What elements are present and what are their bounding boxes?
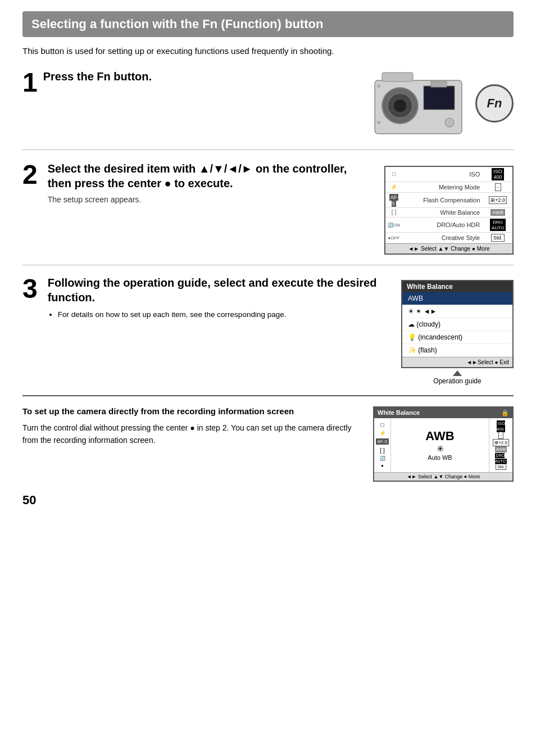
step3-number: 3 [22, 275, 38, 302]
step1-title: Press the Fn button. [43, 69, 361, 84]
rec-awb-sublabel: Auto WB [428, 454, 452, 461]
menu-icon-1: □ [385, 167, 402, 182]
rec-icon-5: 🔄 [380, 456, 385, 461]
intro-text: This button is used for setting up or ex… [22, 45, 514, 58]
step3-wb-diagram: White Balance AWB ☀ ✶ ◄► ☁ (cloudy) 💡 (i… [401, 280, 514, 385]
step2-section: 2 Select the desired item with ▲/▼/◄/► o… [22, 161, 514, 265]
svg-point-4 [393, 99, 407, 112]
menu-icon-6: ●OFF [385, 232, 402, 243]
step3-bullet-list: For details on how to set up each item, … [48, 309, 384, 320]
rec-r-val-2: - [498, 432, 503, 439]
page-number: 50 [22, 493, 514, 508]
wb-item-1: AWB [402, 292, 512, 305]
step1-diagram: Fn [372, 69, 514, 138]
menu-footer: ◄► Select ▲▼ Change ● More [385, 243, 512, 253]
step3-section: 3 Following the operation guide, select … [22, 275, 514, 396]
rec-screen-diagram: White Balance 🔒 □ ⚡ AF-S [ ] 🔄 ● AWB ✳ [373, 406, 514, 482]
rec-snowflake: ✳ [437, 443, 444, 454]
rec-icon-3: AF-S [376, 438, 388, 445]
wb-screen-title: White Balance [402, 281, 512, 292]
svg-point-7 [445, 118, 454, 127]
rec-right-col: ISO400 - ⊞+2.0 AWB DROAUTO Std. [489, 418, 512, 472]
rec-wb-bar-label: White Balance [378, 409, 420, 416]
rec-footer: ◄► Select ▲▼ Change ● More [374, 472, 512, 481]
rec-icon-2: ⚡ [379, 430, 386, 436]
menu-icon-2: ⚡ [385, 182, 402, 192]
camera-diagram [372, 69, 467, 137]
rec-center-col: AWB ✳ Auto WB [391, 418, 489, 472]
fn-button-diagram: Fn [475, 84, 514, 123]
menu-value-2: - [483, 182, 512, 192]
rec-r-val-1: ISO400 [497, 420, 506, 432]
menu-label-1: ISO [402, 167, 483, 182]
rec-lock-icon: 🔒 [501, 409, 509, 417]
step3-title: Following the operation guide, select an… [48, 275, 384, 305]
rec-r-val-3: ⊞+2.0 [493, 439, 509, 446]
svg-point-8 [377, 121, 380, 124]
operation-guide-label: Operation guide [401, 370, 514, 385]
step1-number: 1 [22, 69, 38, 96]
rec-icon-4: [ ] [380, 447, 384, 454]
wb-item-4: 💡 (incandescent) [402, 331, 512, 344]
rec-r-val-6: Std. [496, 464, 506, 470]
menu-icon-5: 🔄ON [385, 217, 402, 232]
op-guide-text: Operation guide [433, 377, 481, 385]
menu-label-3: Flash Compensation [402, 192, 483, 207]
sub-section-content: To set up the camera directly from the r… [22, 406, 362, 447]
rec-icon-1: □ [380, 422, 384, 428]
step2-subtitle: The setup screen appears. [48, 195, 367, 204]
wb-screen-footer: ◄►Select ● Exit [402, 357, 512, 367]
svg-rect-5 [424, 86, 455, 110]
page-title: Selecting a function with the Fn (Functi… [22, 11, 514, 37]
sub-section-text: Turn the control dial without pressing t… [22, 422, 362, 447]
wb-item-3: ☁ (cloudy) [402, 318, 512, 331]
sub-section-title: To set up the camera directly from the r… [22, 406, 362, 416]
menu-value-4: AWB [483, 207, 512, 217]
menu-value-5: DROAUTO [483, 217, 512, 232]
step2-menu-screen: □ ISO ISO400 ⚡ Metering Mode - AF-S Flas… [384, 166, 514, 255]
menu-label-6: Creative Style [402, 232, 483, 243]
svg-point-9 [377, 84, 380, 88]
rec-r-val-4: AWB [495, 446, 507, 452]
menu-label-2: Metering Mode [402, 182, 483, 192]
wb-item-2: ☀ ✶ ◄► [402, 305, 512, 318]
rec-main-area: □ ⚡ AF-S [ ] 🔄 ● AWB ✳ Auto WB ISO400 - [374, 418, 512, 472]
menu-icon-4: [ ] [385, 207, 402, 217]
menu-value-3: ⊞+2.0 [483, 192, 512, 207]
menu-label-5: DRO/Auto HDR [402, 217, 483, 232]
step2-number: 2 [22, 161, 38, 188]
rec-r-val-5: DROAUTO [495, 452, 507, 464]
step2-title: Select the desired item with ▲/▼/◄/► on … [48, 161, 367, 191]
rec-icon-6: ● [381, 463, 384, 468]
menu-value-6: Std. [483, 232, 512, 243]
step3-bullet-item: For details on how to set up each item, … [58, 309, 384, 320]
rec-awb-label: AWB [425, 429, 454, 443]
svg-rect-1 [382, 73, 413, 82]
wb-item-5: ✨ (flash) [402, 344, 512, 357]
menu-icon-3: AF-S [385, 192, 402, 207]
rec-wb-bar: White Balance 🔒 [374, 408, 512, 418]
step1-section: 1 Press the Fn button. [22, 69, 514, 150]
sub-section: To set up the camera directly from the r… [22, 406, 514, 482]
svg-rect-6 [431, 82, 447, 87]
rec-left-col: □ ⚡ AF-S [ ] 🔄 ● [374, 418, 391, 472]
menu-value-1: ISO400 [483, 167, 512, 182]
menu-label-4: White Balance [402, 207, 483, 217]
op-guide-arrow [453, 370, 462, 376]
